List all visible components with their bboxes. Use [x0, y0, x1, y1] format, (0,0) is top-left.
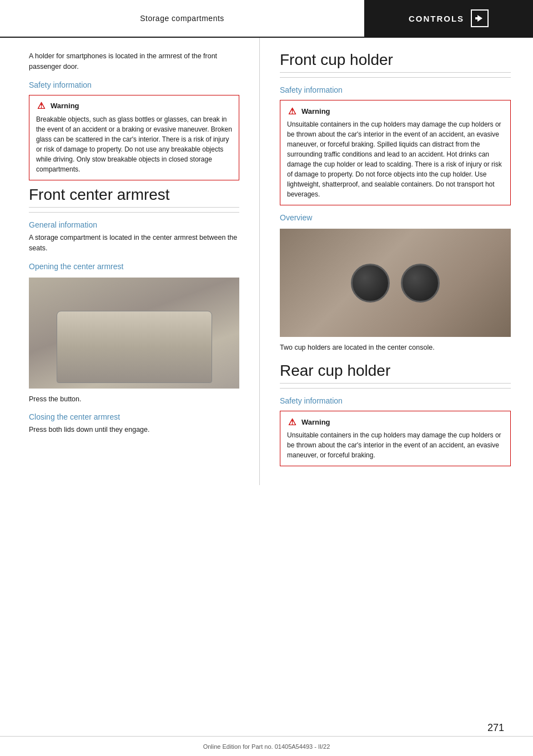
cup-holder-visual	[280, 229, 511, 337]
controls-arrow-icon[interactable]	[471, 9, 489, 27]
left-warning-box: ⚠ Warning Breakable objects, such as gla…	[29, 95, 239, 180]
front-cup-holder-section: Front cup holder Safety information ⚠ Wa…	[280, 51, 511, 353]
left-warning-icon: ⚠	[36, 101, 46, 111]
header-left-label: Storage compartments	[140, 14, 224, 23]
armrest-image	[29, 278, 239, 389]
rear-cup-warning-header: ⚠ Warning	[287, 417, 504, 427]
front-cup-holder-title: Front cup holder	[280, 51, 511, 73]
rear-cup-warning-text: Unsuitable containers in the cup holders…	[287, 430, 504, 460]
page-number: 271	[487, 722, 504, 734]
rear-cup-safety-title: Safety information	[280, 396, 511, 405]
overview-text: Two cup holders are located in the cente…	[280, 342, 511, 353]
general-info-text: A storage compartment is located in the …	[29, 233, 239, 254]
cup-circle-left	[351, 264, 390, 303]
footer-text: Online Edition for Part no. 01405A54493 …	[203, 743, 330, 750]
header-right-label: CONTROLS	[409, 14, 464, 23]
closing-armrest-title: Closing the center armrest	[29, 412, 239, 421]
front-cup-warning-icon: ⚠	[287, 106, 297, 116]
page-header: Storage compartments CONTROLS	[0, 0, 533, 38]
footer: Online Edition for Part no. 01405A54493 …	[0, 736, 533, 756]
opening-armrest-title: Opening the center armrest	[29, 262, 239, 271]
overview-title: Overview	[280, 213, 511, 222]
intro-paragraph: A holder for smartphones is located in t…	[29, 51, 239, 73]
left-warning-header: ⚠ Warning	[36, 101, 232, 111]
main-content: A holder for smartphones is located in t…	[0, 38, 533, 485]
armrest-visual	[29, 278, 239, 389]
header-controls-section: CONTROLS	[364, 0, 533, 37]
front-cup-warning-label: Warning	[301, 107, 330, 115]
cup-holder-image	[280, 229, 511, 337]
cup-circle-right	[401, 264, 440, 303]
front-cup-warning-text: Unsuitable containers in the cup holders…	[287, 119, 504, 199]
front-cup-safety-title: Safety information	[280, 85, 511, 94]
rear-cup-warning-box: ⚠ Warning Unsuitable containers in the c…	[280, 411, 511, 466]
front-cup-warning-header: ⚠ Warning	[287, 106, 504, 116]
left-warning-text: Breakable objects, such as glass bottles…	[36, 114, 232, 174]
front-armrest-section: Front center armrest General information…	[29, 186, 239, 436]
general-info-title: General information	[29, 220, 239, 229]
header-section-title: Storage compartments	[0, 0, 364, 37]
rear-cup-warning-icon: ⚠	[287, 417, 297, 427]
press-button-text: Press the button.	[29, 394, 239, 405]
armrest-shape	[57, 311, 212, 383]
left-safety-title: Safety information	[29, 80, 239, 89]
left-safety-section: Safety information ⚠ Warning Breakable o…	[29, 80, 239, 180]
closing-text: Press both lids down until they engage.	[29, 425, 239, 435]
rear-cup-warning-label: Warning	[301, 418, 330, 426]
front-armrest-title: Front center armrest	[29, 186, 239, 208]
front-cup-warning-box: ⚠ Warning Unsuitable containers in the c…	[280, 100, 511, 205]
left-column: A holder for smartphones is located in t…	[0, 38, 260, 485]
rear-cup-holder-section: Rear cup holder Safety information ⚠ War…	[280, 362, 511, 466]
left-warning-label: Warning	[51, 102, 79, 110]
rear-cup-holder-title: Rear cup holder	[280, 362, 511, 384]
right-column: Front cup holder Safety information ⚠ Wa…	[260, 38, 533, 485]
